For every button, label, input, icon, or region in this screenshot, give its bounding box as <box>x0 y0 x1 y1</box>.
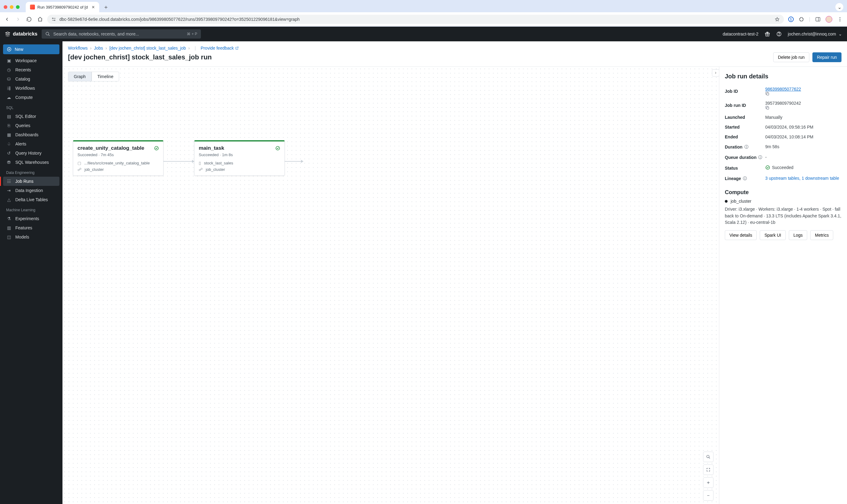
search-icon <box>45 32 50 36</box>
databricks-logo[interactable]: databricks <box>5 31 37 37</box>
search-shortcut: ⌘ + P <box>187 32 197 36</box>
sidebar-section-ml: Machine Learning <box>3 204 59 214</box>
tab-overflow-icon[interactable]: ⌄ <box>835 3 843 11</box>
delete-run-button[interactable]: Delete job run <box>773 52 809 62</box>
clock-icon: ◷ <box>6 67 12 72</box>
help-icon[interactable] <box>776 31 782 37</box>
task-card-main-task[interactable]: main_task Succeeded · 1m 8s ▯stock_last_… <box>194 140 285 176</box>
extensions-icon[interactable] <box>799 17 804 22</box>
profile-avatar[interactable] <box>826 16 832 23</box>
info-icon[interactable]: ⓘ <box>743 176 747 181</box>
sidebar-item-sql-editor[interactable]: ▤SQL Editor <box>3 112 59 121</box>
chevron-right-icon: › <box>90 46 92 51</box>
zoom-fit-button[interactable] <box>703 465 714 475</box>
side-panel-icon[interactable] <box>815 17 821 22</box>
forward-icon <box>15 17 21 22</box>
site-settings-icon[interactable] <box>51 17 56 22</box>
breadcrumb: Workflows › Jobs › [dev jochen_christ] s… <box>62 41 847 52</box>
tab-timeline[interactable]: Timeline <box>92 72 119 81</box>
sidebar-item-dlt[interactable]: △Delta Live Tables <box>3 195 59 204</box>
onepass-icon[interactable]: 1 <box>788 17 794 22</box>
home-icon[interactable] <box>37 17 43 22</box>
task-card-create-unity-catalog-table[interactable]: create_unity_catalog_table Succeeded · 7… <box>73 140 163 176</box>
sidebar: New ▣Workspace ◷Recents ⛁Catalog ⇶Workfl… <box>0 41 62 504</box>
user-menu[interactable]: jochen.christ@innoq.com ⌄ <box>788 32 842 36</box>
delta-icon: △ <box>6 197 12 202</box>
model-icon: ◫ <box>6 235 12 239</box>
sidebar-item-alerts[interactable]: ♤Alerts <box>3 139 59 148</box>
metrics-button[interactable]: Metrics <box>810 230 833 240</box>
sidebar-item-data-ingestion[interactable]: ⇥Data Ingestion <box>3 186 59 195</box>
maximize-window-icon[interactable] <box>16 5 20 9</box>
copy-icon[interactable] <box>765 92 842 96</box>
sidebar-item-workflows[interactable]: ⇶Workflows <box>3 84 59 93</box>
workspace-name[interactable]: datacontract-test-2 <box>723 32 758 36</box>
window-controls <box>4 5 20 9</box>
sidebar-item-catalog[interactable]: ⛁Catalog <box>3 74 59 84</box>
svg-point-6 <box>46 32 49 35</box>
crumb-workflows[interactable]: Workflows <box>68 46 88 51</box>
svg-point-5 <box>840 20 841 21</box>
sidebar-item-job-runs[interactable]: ☷Job Runs <box>3 177 59 186</box>
sidebar-section-data-eng: Data Engineering <box>3 167 59 177</box>
copy-icon[interactable] <box>765 106 842 110</box>
crumb-job[interactable]: [dev jochen_christ] stock_last_sales_job <box>109 46 186 51</box>
lineage-link[interactable]: 3 upstream tables, 1 downstream table <box>765 176 839 181</box>
history-icon: ↺ <box>6 151 12 156</box>
bell-icon: ♤ <box>6 142 12 146</box>
sidebar-item-sql-warehouses[interactable]: ⛃SQL Warehouses <box>3 158 59 167</box>
check-circle-icon <box>275 146 280 151</box>
cluster-icon: ☍ <box>199 167 203 172</box>
logs-button[interactable]: Logs <box>789 230 807 240</box>
kebab-menu-icon[interactable] <box>837 17 843 22</box>
details-panel: Job run details Job ID 986399805077622 J… <box>719 67 847 504</box>
ingestion-icon: ⇥ <box>6 188 12 193</box>
new-tab-button[interactable]: ＋ <box>102 3 110 11</box>
crumb-jobs[interactable]: Jobs <box>94 46 103 51</box>
svg-point-0 <box>52 18 53 19</box>
cluster-icon: ☍ <box>77 167 82 172</box>
feedback-link[interactable]: Provide feedback <box>201 46 238 51</box>
svg-point-3 <box>840 17 841 18</box>
reload-icon[interactable] <box>26 17 32 22</box>
info-icon[interactable]: ⓘ <box>758 155 762 160</box>
close-tab-icon[interactable]: ✕ <box>92 5 95 10</box>
sidebar-item-query-history[interactable]: ↺Query History <box>3 148 59 158</box>
collapse-panel-button[interactable] <box>712 69 719 76</box>
tab-graph[interactable]: Graph <box>68 72 92 81</box>
url-text: dbc-5829e67d-6e9e.cloud.databricks.com/j… <box>59 17 300 22</box>
page-title: [dev jochen_christ] stock_last_sales_job… <box>68 53 212 61</box>
job-id-link[interactable]: 986399805077622 <box>765 87 801 92</box>
sidebar-item-workspace[interactable]: ▣Workspace <box>3 56 59 65</box>
sidebar-item-features[interactable]: ▥Features <box>3 223 59 232</box>
svg-rect-15 <box>767 107 769 109</box>
browser-tab[interactable]: Run 395739809790242 of [d ✕ <box>26 2 99 12</box>
sidebar-item-models[interactable]: ◫Models <box>3 232 59 241</box>
zoom-in-button[interactable]: ＋ <box>703 478 714 488</box>
repair-run-button[interactable]: Repair run <box>812 52 842 62</box>
sidebar-item-compute[interactable]: ☁Compute <box>3 93 59 102</box>
sidebar-item-experiments[interactable]: ⚗Experiments <box>3 214 59 223</box>
task-edge-out <box>285 161 303 162</box>
minimize-window-icon[interactable] <box>10 5 14 9</box>
new-button[interactable]: New <box>3 44 59 54</box>
view-details-button[interactable]: View details <box>725 230 757 240</box>
sidebar-item-queries[interactable]: ⎘Queries <box>3 121 59 130</box>
sidebar-item-recents[interactable]: ◷Recents <box>3 65 59 74</box>
sidebar-section-sql: SQL <box>3 102 59 112</box>
gift-icon[interactable] <box>764 31 770 37</box>
runs-icon: ☷ <box>6 179 12 184</box>
star-icon[interactable] <box>775 17 780 22</box>
info-icon[interactable]: ⓘ <box>744 144 749 150</box>
zoom-out-button[interactable]: － <box>703 490 714 501</box>
app-topbar: databricks Search data, notebooks, recen… <box>0 26 847 41</box>
spark-ui-button[interactable]: Spark UI <box>760 230 786 240</box>
back-icon[interactable] <box>4 17 10 22</box>
sidebar-item-dashboards[interactable]: ▦Dashboards <box>3 130 59 139</box>
address-bar[interactable]: dbc-5829e67d-6e9e.cloud.databricks.com/j… <box>47 15 784 24</box>
close-window-icon[interactable] <box>4 5 7 9</box>
zoom-search-button[interactable] <box>703 452 714 462</box>
search-input[interactable]: Search data, notebooks, recents, and mor… <box>42 30 201 39</box>
graph-canvas[interactable]: Graph Timeline create_unity_catalog_tabl… <box>62 67 719 504</box>
svg-point-9 <box>779 35 779 36</box>
